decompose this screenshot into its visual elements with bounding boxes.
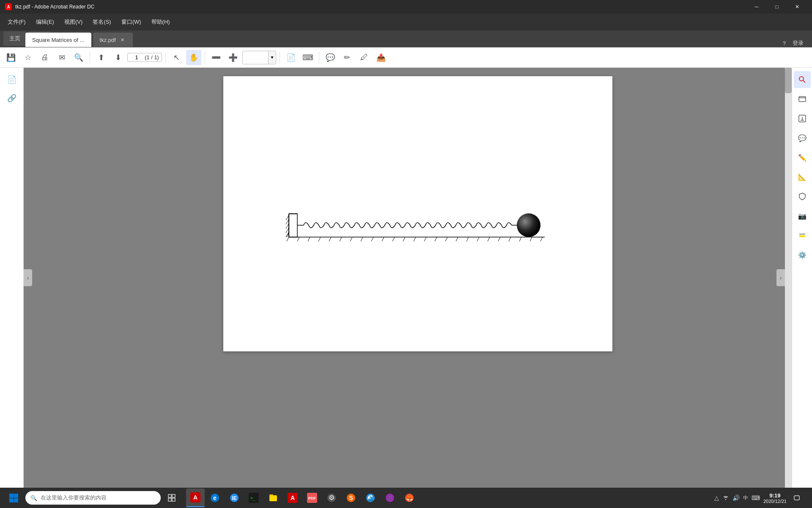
taskbar-app-acrobat[interactable]: A [186, 489, 205, 507]
zoom-input[interactable]: 153% [243, 52, 268, 62]
search-button[interactable]: 🔍 [71, 50, 86, 65]
svg-line-19 [329, 237, 331, 241]
left-wall-hatch [286, 214, 297, 237]
right-measure-button[interactable]: 📐 [794, 168, 811, 185]
task-view-button[interactable] [162, 489, 181, 507]
ie-icon: IE [229, 493, 239, 503]
home-tab[interactable]: 主页 [3, 31, 26, 46]
taskbar-right: △ 🔊 中 ⌨ 9:19 2020/12/21 [714, 491, 809, 505]
taskbar-app-game[interactable]: ⚙ [322, 489, 341, 507]
volume-icon[interactable]: 🔊 [732, 494, 740, 501]
wifi-icon[interactable] [722, 494, 729, 502]
pages-panel-button[interactable]: 📄 [3, 71, 20, 88]
content-area[interactable] [24, 68, 812, 488]
print-button[interactable]: 🖨 [37, 50, 52, 65]
taskbar-app-pdf[interactable]: PDF [303, 489, 321, 507]
view-scroll-button[interactable]: ⌨ [300, 50, 315, 65]
login-button[interactable]: 登录 [793, 39, 804, 47]
svg-text:🎵: 🎵 [387, 495, 393, 501]
taskbar-app-app2[interactable]: 🌊 [361, 489, 380, 507]
highlight-button[interactable]: 🖊 [357, 50, 372, 65]
network-icon[interactable]: △ [714, 494, 719, 501]
keyboard-icon[interactable]: ⌨ [752, 494, 760, 501]
taskbar-apps: A e IE >_ [183, 489, 713, 507]
taskbar-app-ie[interactable]: IE [225, 489, 244, 507]
menu-window[interactable]: 窗口(W) [117, 17, 145, 28]
hand-tool[interactable]: ✋ [186, 50, 201, 65]
tab-square-matrices[interactable]: Square Matrices of ... [25, 33, 91, 47]
save-button[interactable]: 💾 [3, 50, 19, 65]
taskbar-search[interactable]: 🔍 在这里输入你要搜索的内容 [25, 491, 161, 505]
pdf-page [223, 76, 612, 351]
right-search-icon [798, 75, 807, 84]
page-number-input[interactable]: 1 [130, 54, 143, 61]
draw-button[interactable]: ✏ [340, 50, 355, 65]
next-page-button[interactable]: ⬇ [110, 50, 126, 65]
right-security-button[interactable] [794, 188, 811, 205]
task-view-icon [167, 494, 176, 502]
svg-text:🦊: 🦊 [406, 494, 414, 502]
right-share-button[interactable] [794, 91, 811, 108]
svg-rect-53 [168, 494, 171, 497]
help-button[interactable]: ? [783, 40, 786, 47]
taskbar-app-edge[interactable]: e [206, 489, 224, 507]
taskbar-app-acrobat2[interactable]: A [283, 489, 302, 507]
collapse-left-button[interactable]: ‹ [24, 269, 32, 286]
right-highlight-button[interactable] [794, 227, 811, 244]
svg-line-15 [287, 237, 289, 241]
start-button[interactable] [3, 488, 24, 508]
edge-icon: e [210, 493, 220, 503]
taskbar-app-app4[interactable]: 🦊 [400, 489, 419, 507]
right-edit-button[interactable]: ✏️ [794, 149, 811, 166]
svg-line-25 [392, 237, 395, 241]
collapse-right-button[interactable]: › [776, 269, 785, 286]
right-export-button[interactable] [794, 110, 811, 127]
menu-sign[interactable]: 签名(S) [88, 17, 115, 28]
taskbar-clock[interactable]: 9:19 2020/12/21 [763, 492, 787, 504]
pdf-icon: PDF [307, 493, 317, 503]
comment-button[interactable]: 💬 [323, 50, 338, 65]
tab-tkz[interactable]: tkz.pdf ✕ [93, 33, 133, 47]
tab-close-tkz[interactable]: ✕ [119, 36, 126, 43]
maximize-button[interactable]: □ [767, 0, 787, 14]
scroll-bar-v[interactable] [785, 68, 792, 488]
prev-page-button[interactable]: ⬆ [93, 50, 109, 65]
main-layout: 📄 🔗 ‹ [0, 68, 812, 488]
menu-edit[interactable]: 编辑(E) [32, 17, 58, 28]
select-tool[interactable]: ↖ [169, 50, 184, 65]
svg-line-9 [286, 224, 289, 229]
acrobat2-icon: A [288, 493, 298, 503]
svg-line-30 [445, 237, 447, 241]
taskbar-app-sogou[interactable]: S [342, 489, 360, 507]
bookmark-button[interactable]: ☆ [20, 50, 36, 65]
taskbar-app-app3[interactable]: 🎵 [381, 489, 399, 507]
sogou-icon: S [346, 493, 356, 503]
view-mode-button[interactable]: 📄 [283, 50, 299, 65]
right-scan-button[interactable]: 📷 [794, 207, 811, 224]
zoom-control[interactable]: 153% ▼ [242, 51, 276, 64]
zoom-in-button[interactable]: ➕ [225, 50, 241, 65]
links-panel-button[interactable]: 🔗 [3, 90, 20, 107]
close-button[interactable]: ✕ [787, 0, 807, 14]
minimize-button[interactable]: ─ [747, 0, 766, 14]
ground-hatch [287, 237, 543, 241]
menu-file[interactable]: 文件(F) [3, 17, 30, 28]
email-button[interactable]: ✉ [54, 50, 69, 65]
right-search-button[interactable] [794, 71, 811, 88]
menu-help[interactable]: 帮助(H) [147, 17, 174, 28]
right-comment-button[interactable]: 💬 [794, 130, 811, 146]
taskbar-app-files[interactable] [264, 489, 283, 507]
title-bar: A tkz.pdf - Adobe Acrobat Reader DC ─ □ … [0, 0, 812, 14]
input-icon[interactable]: 中 [743, 494, 748, 502]
scroll-thumb-v[interactable] [785, 68, 792, 93]
zoom-out-button[interactable]: ➖ [208, 50, 224, 65]
notification-button[interactable] [790, 491, 804, 505]
svg-rect-54 [172, 494, 175, 497]
export-button[interactable]: 📤 [373, 50, 389, 65]
menu-view[interactable]: 视图(V) [60, 17, 87, 28]
spring-svg [287, 205, 549, 248]
page-nav[interactable]: 1 (1 / 1) [127, 53, 162, 62]
taskbar-app-cmd[interactable]: >_ [244, 489, 263, 507]
zoom-dropdown[interactable]: ▼ [268, 51, 276, 64]
right-settings-button[interactable]: ⚙️ [794, 246, 811, 263]
